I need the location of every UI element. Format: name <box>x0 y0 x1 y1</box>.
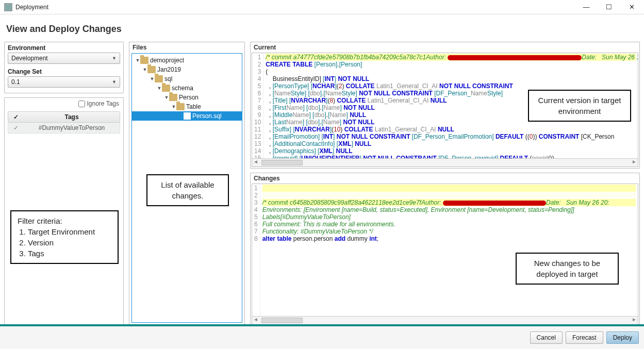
maximize-button[interactable]: ☐ <box>598 1 620 14</box>
tree-node[interactable]: ▼sql <box>132 74 242 84</box>
files-tree[interactable]: ▼demoproject▼Jan2019▼sql▼schema▼Person▼T… <box>132 54 242 123</box>
environment-panel: Environment Development ▼ Change Set 0.1… <box>4 42 124 93</box>
tree-label: demoproject <box>150 57 184 64</box>
files-label: Files <box>129 42 244 53</box>
chevron-down-icon: ▼ <box>112 56 117 61</box>
tree-label: Jan2019 <box>157 66 181 73</box>
tree-label: sql <box>164 75 172 82</box>
tree-label: Table <box>186 103 201 110</box>
tags-header-label: Tags <box>24 113 120 121</box>
file-icon <box>184 112 191 120</box>
folder-icon <box>155 75 163 82</box>
ignore-tags-label: Ignore Tags <box>87 100 120 107</box>
tree-node[interactable]: ▼Person <box>132 93 242 102</box>
tree-node[interactable]: ▼Table <box>132 102 242 111</box>
changes-label: Changes <box>251 173 639 184</box>
cancel-button[interactable]: Cancel <box>530 331 563 344</box>
tree-label: Person <box>179 94 199 101</box>
bottom-bar: Cancel Forecast Deploy <box>0 324 644 349</box>
changes-code[interactable]: 12345678 /* commit c6458b2085809c99aff28… <box>252 184 638 316</box>
main-area: Environment Development ▼ Change Set 0.1… <box>0 42 644 330</box>
window-title: Deployment <box>15 4 575 11</box>
close-button[interactable]: ✕ <box>620 1 643 14</box>
changes-hscroll[interactable] <box>252 316 638 324</box>
minimize-button[interactable]: — <box>575 1 598 14</box>
current-label: Current <box>251 42 639 53</box>
changeset-label: Change Set <box>5 66 123 76</box>
page-title: View and Deploy Changes <box>0 14 644 42</box>
folder-icon <box>176 103 185 110</box>
environment-value: Development <box>11 55 48 62</box>
tag-row-check[interactable]: ✓ <box>8 124 24 131</box>
ignore-tags-checkbox[interactable] <box>78 101 85 107</box>
folder-icon <box>140 57 148 64</box>
forecast-button[interactable]: Forecast <box>566 331 603 344</box>
tree-node[interactable]: ▼Jan2019 <box>132 65 242 74</box>
folder-icon <box>162 85 170 92</box>
tree-label: Person.sql <box>192 112 222 120</box>
changeset-combo[interactable]: 0.1 ▼ <box>8 76 120 88</box>
tree-expand-icon[interactable]: ▼ <box>171 104 176 109</box>
tree-expand-icon[interactable]: ▼ <box>157 86 162 91</box>
tree-expand-icon[interactable]: ▼ <box>135 58 140 63</box>
folder-icon <box>147 66 156 73</box>
left-column: Environment Development ▼ Change Set 0.1… <box>4 42 124 326</box>
title-bar: Deployment — ☐ ✕ <box>0 0 644 14</box>
tag-row-value: #DummyValueToPerson <box>24 124 120 131</box>
tree-label: schema <box>172 85 193 92</box>
changeset-value: 0.1 <box>11 78 20 86</box>
chevron-down-icon: ▼ <box>112 79 117 85</box>
tag-row[interactable]: ✓ #DummyValueToPerson <box>8 123 120 134</box>
tree-expand-icon[interactable]: ▼ <box>142 67 147 72</box>
tree-node[interactable]: ▼demoproject <box>132 56 242 65</box>
callout-filter: Filter criteria: Target Environment Vers… <box>10 210 119 264</box>
ignore-tags-row: Ignore Tags <box>5 98 123 109</box>
environment-combo[interactable]: Development ▼ <box>8 53 120 64</box>
tags-table: ✓ Tags ✓ #DummyValueToPerson <box>8 111 120 134</box>
tags-header-check[interactable]: ✓ <box>8 113 24 121</box>
tree-file-selected[interactable]: Person.sql <box>132 111 242 121</box>
deploy-button[interactable]: Deploy <box>606 331 639 344</box>
app-icon <box>4 3 12 11</box>
callout-changes: New changes to be deployed in target <box>516 253 619 285</box>
tags-header-row: ✓ Tags <box>8 111 120 123</box>
current-hscroll[interactable] <box>252 158 638 167</box>
callout-current: Current version in target environment <box>528 90 631 122</box>
changes-panel: Changes 12345678 /* commit c6458b2085809… <box>250 173 640 326</box>
callout-files: List of available changes. <box>146 174 229 206</box>
environment-label: Environment <box>5 42 123 53</box>
tree-expand-icon[interactable]: ▼ <box>164 95 169 100</box>
folder-icon <box>169 94 177 101</box>
tree-expand-icon[interactable]: ▼ <box>150 76 155 81</box>
tree-node[interactable]: ▼schema <box>132 84 242 93</box>
